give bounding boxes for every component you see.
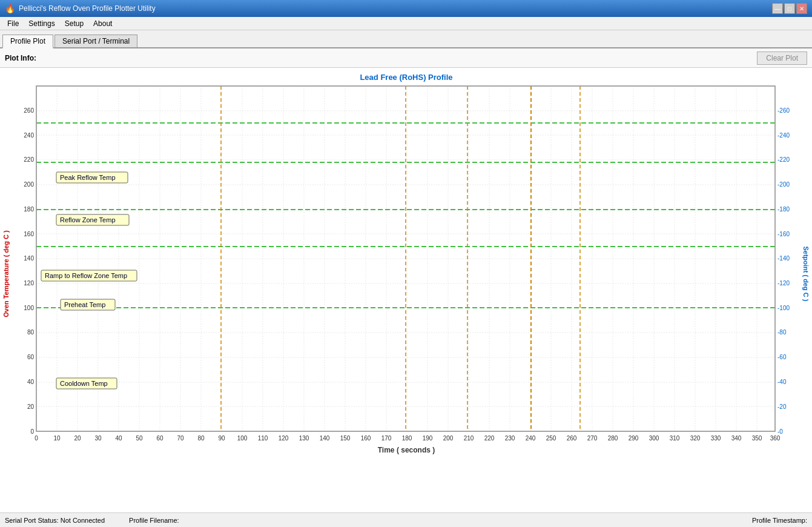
svg-text:40: 40	[115, 435, 122, 442]
svg-text:270: 270	[587, 435, 598, 442]
app-icon: 🔥	[5, 4, 15, 13]
y-right-labels: -0 -20 -40 -60 -80 -100 -120 -140 -160 -…	[777, 107, 790, 435]
svg-text:120: 120	[24, 280, 34, 287]
svg-text:300: 300	[649, 435, 659, 442]
x-axis-labels: 0 10 20 30 40 50 60 70 80 90 100 110 120…	[35, 435, 781, 442]
svg-text:250: 250	[546, 435, 556, 442]
x-axis-title: Time ( seconds )	[378, 446, 435, 454]
menu-setup[interactable]: Setup	[60, 18, 88, 29]
svg-text:350: 350	[752, 435, 762, 442]
svg-text:120: 120	[279, 435, 289, 442]
svg-text:-160: -160	[777, 231, 790, 237]
menu-settings[interactable]: Settings	[24, 18, 59, 29]
preheat-temp-label: Preheat Temp	[64, 301, 105, 308]
svg-text:0: 0	[30, 428, 34, 435]
main-content: Lead Free (RoHS) Profile Oven Temperatur…	[0, 68, 812, 512]
svg-text:130: 130	[299, 435, 309, 442]
svg-text:290: 290	[629, 435, 639, 442]
svg-text:240: 240	[526, 435, 536, 442]
ramp-reflow-zone-label: Ramp to Reflow Zone Temp	[45, 272, 127, 279]
y-left-label: Oven Temperature ( deg C )	[2, 230, 10, 317]
svg-text:100: 100	[237, 435, 248, 442]
svg-text:280: 280	[608, 435, 618, 442]
reflow-zone-temp-label: Reflow Zone Temp	[60, 216, 116, 224]
svg-text:360: 360	[770, 435, 781, 442]
svg-text:30: 30	[94, 435, 102, 442]
svg-text:60: 60	[27, 354, 35, 360]
svg-text:-200: -200	[777, 181, 790, 188]
svg-text:50: 50	[136, 435, 143, 442]
close-button[interactable]: ✕	[796, 3, 807, 14]
menu-file[interactable]: File	[2, 18, 24, 29]
svg-text:-220: -220	[777, 156, 790, 163]
profile-timestamp-label: Profile Timestamp:	[752, 517, 807, 524]
status-bar: Serial Port Status: Not Connected Profil…	[0, 512, 812, 527]
tab-serial-port[interactable]: Serial Port / Terminal	[54, 35, 137, 47]
profile-filename: Profile Filename:	[129, 517, 179, 524]
svg-text:180: 180	[24, 206, 34, 213]
svg-text:-40: -40	[777, 379, 787, 385]
y-right-label: Setpoint ( deg C )	[802, 246, 810, 301]
svg-text:150: 150	[340, 435, 351, 442]
tab-bar: Profile Plot Serial Port / Terminal	[0, 30, 812, 48]
svg-text:20: 20	[74, 435, 81, 442]
svg-text:160: 160	[24, 231, 34, 237]
svg-text:160: 160	[361, 435, 371, 442]
svg-text:-140: -140	[777, 255, 790, 262]
chart-svg: Lead Free (RoHS) Profile Oven Temperatur…	[0, 68, 812, 468]
menu-about[interactable]: About	[88, 18, 117, 29]
svg-text:-20: -20	[777, 403, 787, 410]
svg-text:60: 60	[156, 435, 163, 442]
svg-text:330: 330	[711, 435, 721, 442]
svg-text:110: 110	[258, 435, 268, 442]
svg-text:320: 320	[690, 435, 701, 442]
svg-text:310: 310	[670, 435, 680, 442]
svg-text:10: 10	[53, 435, 61, 442]
svg-text:0: 0	[35, 435, 38, 442]
svg-text:230: 230	[505, 435, 515, 442]
svg-text:190: 190	[423, 435, 433, 442]
svg-text:-80: -80	[777, 329, 787, 336]
cooldown-temp-label: Cooldown Temp	[60, 380, 108, 387]
svg-text:-60: -60	[777, 354, 787, 360]
svg-text:-120: -120	[777, 280, 790, 287]
svg-text:-100: -100	[777, 305, 790, 311]
plot-container: Lead Free (RoHS) Profile Oven Temperatur…	[0, 68, 812, 512]
maximize-button[interactable]: □	[784, 3, 795, 14]
svg-text:20: 20	[27, 403, 35, 410]
svg-text:220: 220	[484, 435, 495, 442]
svg-text:-240: -240	[777, 132, 790, 139]
svg-text:-0: -0	[777, 428, 783, 435]
profile-filename-label: Profile Filename:	[129, 517, 179, 524]
window-title: Pellicci's Reflow Oven Profile Plotter U…	[19, 4, 156, 13]
tab-profile-plot[interactable]: Profile Plot	[2, 35, 53, 48]
svg-text:200: 200	[443, 435, 454, 442]
svg-text:200: 200	[24, 181, 34, 188]
svg-text:170: 170	[381, 435, 392, 442]
profile-timestamp: Profile Timestamp:	[752, 517, 807, 524]
svg-text:40: 40	[27, 379, 35, 385]
svg-text:210: 210	[464, 435, 474, 442]
svg-text:80: 80	[27, 329, 35, 336]
plot-info-label: Plot Info:	[5, 54, 36, 62]
title-bar-left: 🔥 Pellicci's Reflow Oven Profile Plotter…	[5, 4, 156, 13]
svg-text:100: 100	[24, 305, 34, 311]
svg-text:180: 180	[402, 435, 412, 442]
svg-text:-260: -260	[777, 107, 790, 114]
minimize-button[interactable]: —	[772, 3, 783, 14]
svg-text:240: 240	[24, 132, 34, 139]
svg-text:70: 70	[177, 435, 184, 442]
svg-text:260: 260	[567, 435, 577, 442]
svg-text:80: 80	[197, 435, 205, 442]
title-bar-controls: — □ ✕	[772, 3, 807, 14]
svg-text:140: 140	[24, 255, 34, 262]
chart-title: Lead Free (RoHS) Profile	[360, 73, 452, 82]
svg-text:140: 140	[320, 435, 330, 442]
clear-plot-button[interactable]: Clear Plot	[757, 51, 807, 65]
svg-text:260: 260	[24, 107, 34, 114]
svg-text:220: 220	[24, 156, 34, 163]
y-left-labels: 0 20 40 60 80 100 120 140 160 180 200 22…	[24, 107, 34, 435]
svg-text:340: 340	[731, 435, 742, 442]
plot-info-bar: Plot Info: Clear Plot	[0, 48, 812, 68]
serial-port-status: Serial Port Status: Not Connected	[5, 517, 105, 524]
